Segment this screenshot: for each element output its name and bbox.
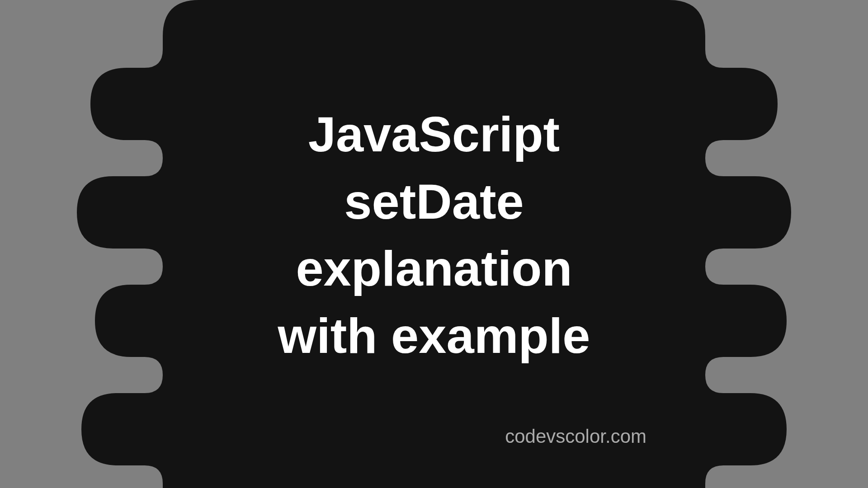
- title-line-1: JavaScript: [308, 106, 560, 162]
- title-line-3: explanation: [296, 240, 572, 296]
- main-title: JavaScript setDate explanation with exam…: [278, 101, 590, 369]
- title-line-2: setDate: [344, 174, 524, 229]
- content-overlay: JavaScript setDate explanation with exam…: [0, 0, 868, 488]
- hero-graphic: JavaScript setDate explanation with exam…: [0, 0, 868, 488]
- website-label: codevscolor.com: [505, 426, 646, 447]
- title-line-4: with example: [278, 308, 590, 363]
